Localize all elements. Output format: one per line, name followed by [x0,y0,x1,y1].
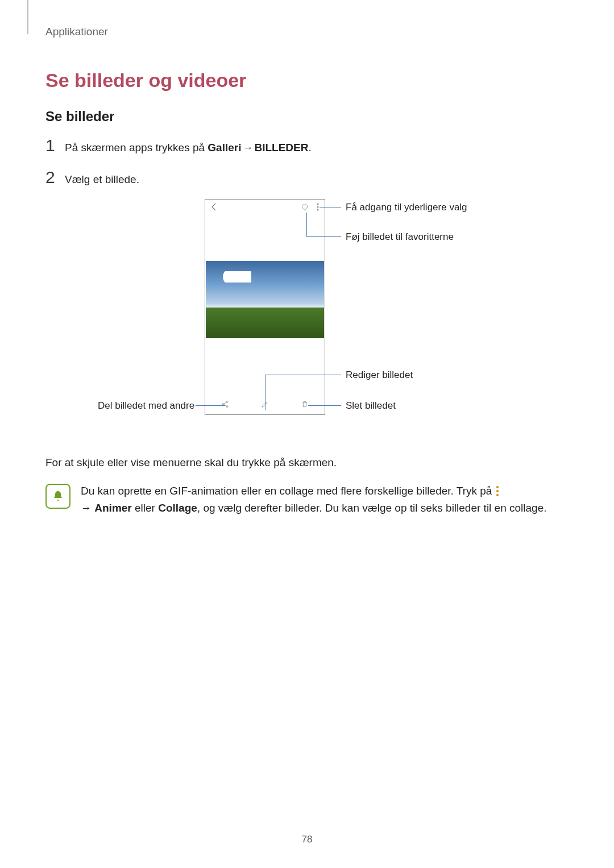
callout-line [320,207,341,207]
trash-icon [301,400,309,409]
step-number: 1 [45,136,65,155]
note-line2b: , og vælg derefter billeder. Du kan vælg… [197,502,547,514]
phone-photo [206,261,324,338]
svg-point-2 [317,209,319,211]
more-icon [495,486,500,496]
step-text: Vælg et billede. [65,172,139,188]
note-icon [45,484,70,509]
step1-b1: Galleri [208,142,241,153]
callout-share: Del billedet med andre [98,400,194,412]
share-icon [221,400,229,409]
note-b1: Animer [94,502,131,514]
back-icon [211,203,217,212]
svg-point-5 [226,406,228,408]
bell-icon [51,489,65,503]
note-line1a: Du kan oprette en GIF-animation eller en… [81,485,495,497]
step1-b2: BILLEDER [254,142,308,153]
breadcrumb: Applikationer [45,26,569,38]
callout-more: Få adgang til yderligere valg [346,202,467,213]
section-heading: Se billeder [45,109,569,124]
callout-line [265,375,265,410]
callout-delete: Slet billedet [346,400,396,412]
callout-line [308,405,341,406]
svg-point-1 [317,206,319,208]
note-box: Du kan oprette en GIF-animation eller en… [45,483,569,517]
callout-edit: Rediger billedet [346,369,413,381]
more-icon [317,203,319,212]
paragraph: For at skjule eller vise menuerne skal d… [45,455,569,471]
note-text: Du kan oprette en GIF-animation eller en… [81,483,547,517]
step-2: 2 Vælg et billede. [45,168,569,188]
callout-line [306,213,307,236]
page-heading: Se billeder og videoer [45,69,569,92]
figure: Få adgang til yderligere valg Føj billed… [45,199,569,438]
top-left-margin [27,0,28,34]
page-number: 78 [0,834,614,845]
callout-line [306,236,341,237]
svg-line-6 [224,402,227,404]
heart-icon [301,203,309,212]
step-text: På skærmen apps trykkes på Galleri → BIL… [65,140,312,156]
callout-line [196,405,225,406]
note-arrow: → [81,502,94,514]
callout-line [265,375,341,375]
note-b2: Collage [158,502,197,514]
note-mid: eller [132,502,158,514]
step1-pre: På skærmen apps trykkes på [65,142,208,153]
svg-point-0 [317,203,319,205]
step-number: 2 [45,168,65,187]
step-1: 1 På skærmen apps trykkes på Galleri → B… [45,136,569,156]
arrow-icon: → [241,140,254,156]
svg-point-4 [226,401,228,402]
step1-post: . [308,142,311,153]
callout-favorite: Føj billedet til favoritterne [346,231,454,243]
